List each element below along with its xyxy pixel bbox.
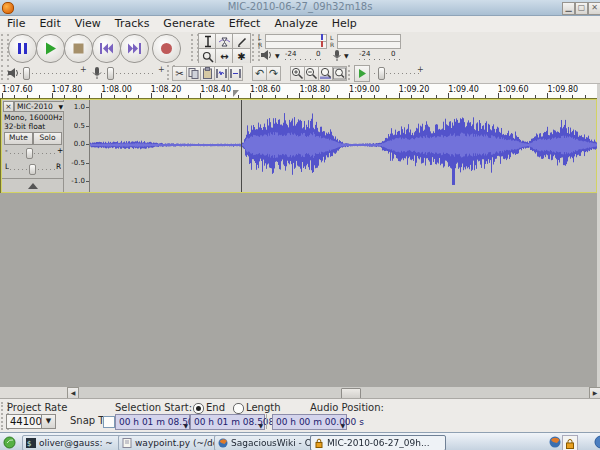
project-empty-area[interactable] [0, 193, 600, 387]
skip-to-end-button[interactable] [120, 34, 149, 63]
gain-slider[interactable] [10, 153, 56, 154]
collapse-track-icon[interactable] [28, 183, 38, 189]
maximize-icon[interactable]: ▢ [575, 2, 588, 15]
playback-meter-bar-r [265, 41, 327, 49]
playback-meter-dropdown-icon[interactable]: ▼ [275, 53, 280, 59]
menu-effect[interactable]: Effect [222, 16, 268, 32]
close-icon[interactable]: ✕ [588, 2, 600, 15]
mute-button[interactable]: Mute [4, 132, 33, 145]
length-radio[interactable] [233, 403, 244, 414]
timeline-ruler[interactable]: 1:07.601:07.801:08.001:08.201:08.401:08.… [0, 84, 600, 99]
pan-slider-thumb[interactable] [29, 164, 36, 175]
gain-minus-label: - [5, 146, 8, 155]
clipboard-icon[interactable] [592, 435, 600, 449]
menu-generate[interactable]: Generate [156, 16, 221, 32]
scrollbar-corner [0, 387, 67, 398]
menu-file[interactable]: File [0, 16, 32, 32]
output-volume-plus-label: + [80, 66, 87, 74]
ruler-label: 1:08.60 [250, 85, 281, 94]
recording-meter[interactable]: L R ▼ -24 0 [330, 33, 400, 62]
horizontal-scrollbar[interactable] [0, 387, 600, 398]
zoom-out-button[interactable] [304, 66, 319, 81]
gain-plus-label: + [57, 146, 63, 155]
vertical-scale-ruler[interactable]: 1.00.50.0-0.5-1.0 [64, 100, 90, 192]
taskbar-button-4[interactable]: MIC-2010-06-27_09h... [310, 435, 446, 450]
firefox-tray-icon[interactable] [549, 436, 561, 448]
taskbar-button-1[interactable]: $oliver@gauss: ~ [22, 435, 124, 450]
track-name: MIC-2010 [17, 102, 53, 111]
stop-button[interactable] [64, 34, 93, 63]
audio-position-field[interactable]: 00 h 00 m 00.000 s▼ [272, 414, 347, 430]
audio-position-value: 00 h 00 m 00.000 s [276, 417, 364, 427]
gain-slider-thumb[interactable] [26, 148, 33, 159]
taskbar-button-label: oliver@gauss: ~ [39, 438, 113, 448]
ruler-label: 1:09.00 [349, 85, 380, 94]
snap-to-checkbox[interactable] [103, 416, 115, 428]
toolbar-row-2: + + + ✂↶↷ [0, 63, 600, 84]
field-dropdown-arrow-icon[interactable]: ▼ [258, 419, 263, 433]
redo-button[interactable]: ↷ [266, 66, 281, 81]
taskbar-button-2[interactable]: waypoint.py (~/docu... [118, 435, 220, 450]
show-desktop-icon[interactable] [3, 436, 16, 449]
lock-tray-icon[interactable] [562, 435, 578, 450]
end-radio[interactable] [193, 403, 204, 414]
taskbar-button-3[interactable]: SagaciousWiki - Olive... [214, 435, 316, 450]
menu-edit[interactable]: Edit [32, 16, 67, 32]
playback-meter[interactable]: L R ▼ -24 0 [258, 33, 326, 62]
trim-outside-selection-button[interactable] [214, 66, 229, 81]
playback-speed-thumb[interactable] [378, 67, 385, 80]
copy-button[interactable] [186, 66, 201, 81]
play-at-speed-button[interactable] [354, 65, 370, 82]
cut-button[interactable]: ✂ [172, 66, 187, 81]
menu-tracks[interactable]: Tracks [108, 16, 157, 32]
recording-db-max: 0 [391, 50, 395, 58]
fit-selection-button[interactable] [318, 66, 333, 81]
input-volume-thumb[interactable] [107, 67, 114, 80]
ruler-label: 1:08.80 [299, 85, 330, 94]
recording-meter-dropdown-icon[interactable]: ▼ [344, 53, 349, 59]
waveform[interactable] [90, 100, 598, 192]
pan-right-label: R [56, 162, 61, 171]
record-button[interactable] [152, 34, 181, 63]
project-rate-dropdown-icon[interactable]: ▼ [41, 414, 56, 429]
solo-button[interactable]: Solo [33, 132, 62, 145]
close-track-button[interactable]: × [3, 101, 14, 112]
toolbar-row-1: L R ▼ -24 0 L R ▼ -24 0 ↔✱ [0, 32, 600, 64]
selection-end-field[interactable]: 00 h 01 m 08.508 s▼ [190, 414, 265, 430]
taskbar-button-label: waypoint.py (~/docu... [135, 438, 220, 448]
audio-track: × MIC-2010▼ Mono, 16000Hz 32-bit float M… [0, 98, 598, 194]
document-icon [122, 438, 132, 448]
track-name-menu[interactable]: MIC-2010▼ [14, 101, 65, 112]
ruler-label: 1:09.80 [547, 85, 578, 94]
field-dropdown-arrow-icon[interactable]: ▼ [340, 419, 345, 433]
silence-selection-button[interactable] [228, 66, 243, 81]
speed-plus-label: + [417, 66, 424, 74]
minimize-icon[interactable]: ▁ [562, 2, 575, 15]
playback-db-ruler [285, 59, 325, 60]
pause-button[interactable] [8, 34, 37, 63]
field-dropdown-arrow-icon[interactable]: ▼ [183, 419, 188, 433]
menu-analyze[interactable]: Analyze [267, 16, 324, 32]
menu-help[interactable]: Help [325, 16, 364, 32]
menu-view[interactable]: View [68, 16, 108, 32]
recording-db-min: -24 [359, 50, 370, 58]
titlebar[interactable]: MIC-2010-06-27_09h32m18s ▁ ▢ ✕ [0, 0, 600, 16]
ruler-label: 1:09.20 [399, 85, 430, 94]
audacity-window: MIC-2010-06-27_09h32m18s ▁ ▢ ✕ FileEditV… [0, 0, 600, 450]
meter-peak-l-indicator [321, 34, 323, 40]
selection-start-label: Selection Start: [115, 402, 192, 413]
track-menu-arrow-icon: ▼ [58, 102, 63, 111]
skip-to-start-button[interactable] [92, 34, 121, 63]
output-volume-thumb[interactable] [23, 67, 30, 80]
zoom-in-button[interactable] [290, 66, 305, 81]
fit-project-button[interactable] [332, 66, 347, 81]
scale-tick [86, 126, 89, 127]
undo-button[interactable]: ↶ [252, 66, 267, 81]
paste-button[interactable] [200, 66, 215, 81]
scale-tick [86, 181, 89, 182]
selection-start-field[interactable]: 00 h 01 m 08.508 s▼ [115, 414, 190, 430]
play-button[interactable] [36, 34, 65, 63]
project-rate-value[interactable]: 44100 [6, 414, 44, 429]
ruler-label: 1:07.80 [52, 85, 83, 94]
recording-meter-bar-r [337, 41, 401, 49]
